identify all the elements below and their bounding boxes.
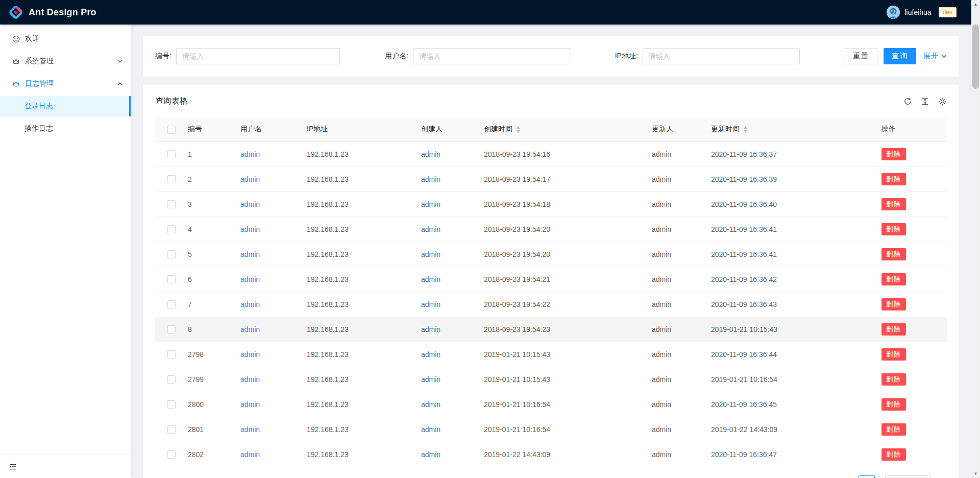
- brand[interactable]: Ant Design Pro: [0, 5, 96, 20]
- col-header-create-time[interactable]: 创建时间: [476, 117, 644, 141]
- sidebar-item-system-mgmt[interactable]: 系统管理: [0, 51, 131, 71]
- sidebar-item-welcome[interactable]: 欢迎: [0, 29, 131, 49]
- delete-button[interactable]: 删除: [881, 423, 906, 436]
- row-checkbox[interactable]: [167, 175, 176, 183]
- row-checkbox[interactable]: [167, 200, 176, 208]
- username-link[interactable]: admin: [240, 200, 260, 208]
- expand-label: 展开: [923, 52, 939, 61]
- row-checkbox[interactable]: [167, 450, 176, 459]
- sidebar-item-operation-log[interactable]: 操作日志: [0, 118, 131, 139]
- ip-input[interactable]: [643, 48, 800, 64]
- settings-gear-icon[interactable]: [938, 97, 947, 106]
- cell-ip: 192.168.1.23: [299, 392, 413, 417]
- delete-button[interactable]: 删除: [881, 323, 906, 336]
- cell-create-time: 2019-01-22 14:43:09: [476, 442, 644, 467]
- username-input[interactable]: [413, 48, 570, 64]
- column-height-icon[interactable]: [921, 97, 929, 106]
- username-link[interactable]: admin: [240, 275, 260, 283]
- sort-icons[interactable]: [743, 126, 748, 133]
- sidebar-item-label: 欢迎: [25, 34, 122, 43]
- sidebar-item-login-log[interactable]: 登录日志: [0, 96, 131, 116]
- col-header-id[interactable]: 编号: [180, 117, 232, 141]
- sort-icons[interactable]: [516, 126, 521, 133]
- page-scrollbar[interactable]: ▲ ▼: [971, 0, 980, 478]
- delete-button[interactable]: 删除: [881, 298, 906, 310]
- row-checkbox[interactable]: [167, 400, 176, 409]
- username-link[interactable]: admin: [240, 150, 260, 158]
- row-checkbox[interactable]: [167, 350, 176, 358]
- reload-icon[interactable]: [903, 97, 912, 106]
- username-link[interactable]: admin: [240, 250, 260, 258]
- cell-update-time: 2019-01-21 10:15:43: [703, 317, 873, 342]
- username-link[interactable]: admin: [240, 175, 260, 183]
- cell-update-time: 2020-11-09 16:36:45: [703, 392, 873, 417]
- row-checkbox[interactable]: [167, 275, 176, 283]
- expand-link[interactable]: 展开: [923, 52, 947, 61]
- row-checkbox[interactable]: [167, 325, 176, 333]
- table-row: 2799 admin 192.168.1.23 admin 2019-01-21…: [155, 367, 947, 392]
- col-header-update-time[interactable]: 更新时间: [703, 117, 873, 141]
- field-username-label: 用户名:: [385, 52, 408, 61]
- table-row: 2802 admin 192.168.1.23 admin 2019-01-22…: [155, 442, 947, 467]
- delete-button[interactable]: 删除: [881, 173, 906, 185]
- sidebar-item-label: 日志管理: [25, 79, 117, 88]
- username-link[interactable]: admin: [240, 300, 260, 308]
- username-link[interactable]: admin: [240, 450, 260, 459]
- username-link[interactable]: admin: [240, 225, 260, 233]
- delete-button[interactable]: 删除: [881, 198, 906, 210]
- table-row: 2 admin 192.168.1.23 admin 2018-09-23 19…: [155, 166, 947, 192]
- select-all-checkbox[interactable]: [167, 126, 176, 134]
- delete-button[interactable]: 删除: [881, 398, 906, 411]
- scroll-up-icon[interactable]: ▲: [971, 0, 980, 9]
- cell-ip: 192.168.1.23: [299, 217, 413, 242]
- page-size-select[interactable]: [885, 475, 930, 478]
- delete-button[interactable]: 删除: [881, 248, 906, 260]
- username-link[interactable]: admin: [240, 325, 260, 333]
- pagination-active-page[interactable]: [859, 475, 875, 478]
- row-checkbox[interactable]: [167, 300, 176, 308]
- cell-create-time: 2018-09-23 19:54:16: [476, 141, 644, 166]
- ant-design-logo-icon: [8, 5, 23, 20]
- delete-button[interactable]: 删除: [881, 373, 906, 386]
- row-checkbox[interactable]: [167, 375, 176, 384]
- col-header-creator[interactable]: 创建人: [413, 117, 476, 141]
- username-link[interactable]: admin: [240, 425, 260, 434]
- field-id: 编号:: [155, 48, 385, 64]
- cell-id: 4: [180, 217, 232, 242]
- sidebar-item-log-mgmt[interactable]: 日志管理: [0, 74, 131, 94]
- row-checkbox[interactable]: [167, 250, 176, 258]
- cell-id: 2801: [180, 417, 232, 442]
- username-link[interactable]: admin: [240, 350, 260, 358]
- table-row: 4 admin 192.168.1.23 admin 2018-09-23 19…: [155, 217, 947, 242]
- row-checkbox[interactable]: [167, 425, 176, 434]
- cell-updater: admin: [644, 442, 703, 467]
- username-link[interactable]: admin: [240, 375, 260, 384]
- scroll-down-icon[interactable]: ▼: [971, 469, 980, 478]
- col-header-ip[interactable]: IP地址: [299, 117, 413, 141]
- user-name[interactable]: liufeihua: [904, 8, 931, 16]
- chevron-up-icon: [117, 81, 122, 86]
- cell-create-time: 2018-09-23 19:54:21: [476, 267, 644, 292]
- menu-fold-icon[interactable]: [9, 463, 17, 471]
- col-header-username[interactable]: 用户名: [232, 117, 299, 141]
- scrollbar-thumb[interactable]: [972, 25, 979, 89]
- username-link[interactable]: admin: [240, 400, 260, 409]
- query-button[interactable]: 查询: [884, 48, 916, 64]
- id-input[interactable]: [176, 48, 340, 64]
- cell-create-time: 2019-01-21 10:16:54: [476, 392, 644, 417]
- query-table: 编号 用户名 IP地址 创建人 创建时间: [155, 117, 947, 467]
- delete-button[interactable]: 删除: [881, 148, 906, 160]
- delete-button[interactable]: 删除: [881, 348, 906, 361]
- delete-button[interactable]: 删除: [881, 223, 906, 235]
- cell-id: 7: [180, 292, 232, 317]
- cell-create-time: 2018-09-23 19:54:23: [476, 317, 644, 342]
- chevron-down-icon: [941, 54, 947, 59]
- crown-icon: [12, 58, 20, 65]
- user-avatar[interactable]: [887, 6, 900, 19]
- delete-button[interactable]: 删除: [881, 273, 906, 285]
- col-header-updater[interactable]: 更新人: [644, 117, 703, 141]
- row-checkbox[interactable]: [167, 225, 176, 233]
- row-checkbox[interactable]: [167, 150, 176, 158]
- delete-button[interactable]: 删除: [881, 448, 906, 461]
- reset-button[interactable]: 重置: [845, 48, 877, 64]
